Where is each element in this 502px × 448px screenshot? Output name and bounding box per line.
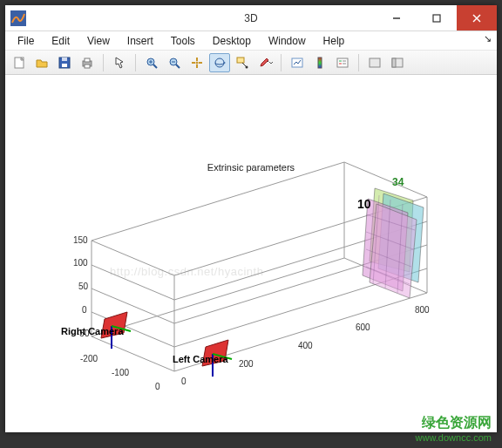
board-label: 34 (392, 176, 404, 188)
menu-view[interactable]: View (78, 33, 119, 49)
svg-rect-11 (85, 58, 90, 62)
menu-help[interactable]: Help (315, 33, 354, 49)
toolbar-separator (135, 54, 136, 71)
z-tick: 100 (73, 258, 88, 268)
window-buttons (376, 5, 497, 31)
svg-point-25 (246, 65, 248, 68)
menu-edit[interactable]: Edit (43, 33, 78, 49)
show-plot-tools-button[interactable] (387, 53, 408, 72)
open-button[interactable] (31, 53, 52, 72)
y-tick: 0 (155, 382, 160, 391)
z-tick: 150 (73, 235, 88, 245)
z-tick: 50 (78, 282, 88, 291)
x-tick: 200 (239, 359, 254, 369)
maximize-button[interactable] (417, 5, 457, 31)
z-tick: 0 (82, 305, 87, 315)
svg-rect-33 (370, 58, 380, 67)
titlebar: 3D (5, 5, 497, 31)
watermark-line2: www.downcc.com (416, 432, 492, 443)
rotate3d-button[interactable] (209, 53, 230, 72)
svg-rect-9 (62, 58, 67, 61)
svg-rect-23 (237, 58, 244, 63)
svg-point-21 (215, 58, 224, 67)
toolbar-separator (358, 54, 359, 71)
watermark-line1: 绿色资源网 (416, 414, 492, 432)
minimize-button[interactable] (376, 5, 417, 31)
figure-window: 3D File Edit View Insert Tools Desktop W… (5, 5, 497, 432)
x-tick: 400 (298, 341, 313, 350)
svg-marker-22 (224, 62, 226, 64)
svg-rect-27 (318, 58, 322, 68)
left-camera-label: Left Camera (173, 354, 228, 364)
save-button[interactable] (54, 53, 75, 72)
app-icon (10, 10, 26, 26)
brush-button[interactable] (254, 53, 275, 72)
x-tick: 0 (181, 377, 187, 386)
new-figure-button[interactable] (9, 53, 30, 72)
zoom-in-button[interactable] (141, 53, 162, 72)
calibration-boards (363, 188, 424, 298)
print-button[interactable] (77, 53, 98, 72)
legend-button[interactable] (332, 53, 353, 72)
menu-file[interactable]: File (9, 33, 43, 49)
svg-rect-35 (392, 58, 396, 67)
svg-rect-2 (433, 15, 440, 22)
svg-line-18 (176, 64, 180, 68)
menu-desktop[interactable]: Desktop (204, 33, 260, 49)
dock-arrow-icon[interactable]: ↘ (484, 33, 492, 44)
data-cursor-button[interactable] (232, 53, 253, 72)
svg-rect-28 (337, 58, 348, 67)
right-camera-label: Right Camera (61, 326, 124, 336)
pan-button[interactable] (187, 53, 207, 72)
plot-canvas[interactable]: Extrinsic parameters http://blog.csdn.ne… (5, 75, 497, 432)
hide-plot-tools-button[interactable] (364, 53, 385, 72)
close-button[interactable] (457, 5, 497, 31)
edit-plot-button[interactable] (109, 53, 130, 72)
svg-rect-8 (62, 64, 67, 67)
x-tick: 600 (356, 322, 370, 332)
link-plot-button[interactable] (287, 53, 308, 72)
y-tick: -100 (112, 368, 129, 377)
colorbar-button[interactable] (309, 53, 330, 72)
page-watermark: 绿色资源网 www.downcc.com (416, 414, 492, 443)
board-label: 10 (357, 197, 371, 211)
zoom-out-button[interactable] (164, 53, 185, 72)
svg-line-37 (92, 288, 174, 323)
svg-line-14 (153, 64, 157, 68)
svg-rect-12 (85, 64, 90, 68)
menu-insert[interactable]: Insert (119, 33, 162, 49)
x-tick: 800 (415, 305, 430, 315)
menubar: File Edit View Insert Tools Desktop Wind… (5, 31, 497, 51)
menu-tools[interactable]: Tools (162, 33, 204, 49)
menu-window[interactable]: Window (260, 33, 315, 49)
toolbar-separator (281, 54, 282, 71)
y-tick: -200 (80, 354, 98, 363)
svg-point-20 (196, 61, 199, 64)
toolbar-separator (103, 54, 104, 71)
toolbar (5, 51, 497, 75)
axes-3d[interactable]: 150 100 50 0 -50 -200 -100 0 0 200 400 6… (44, 110, 462, 403)
